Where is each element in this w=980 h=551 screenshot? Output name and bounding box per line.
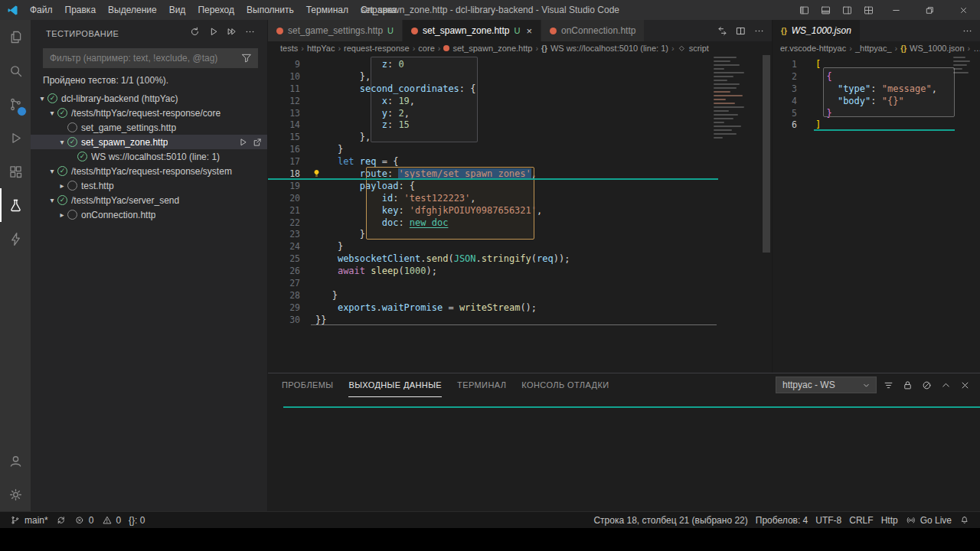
line-number: 20	[268, 193, 300, 204]
run-test-icon[interactable]	[237, 137, 248, 148]
menu-item[interactable]: Терминал	[300, 0, 354, 20]
eol[interactable]: CRLF	[845, 512, 877, 529]
filter-output-icon[interactable]	[880, 377, 896, 393]
sync-changes[interactable]	[52, 512, 70, 529]
go-live[interactable]: Go Live	[902, 512, 956, 529]
problems-warnings[interactable]: 0	[97, 512, 125, 529]
close-tab-icon[interactable]: ×	[526, 25, 532, 37]
test-tree-item[interactable]: ▾✓/tests/httpYac/request-response/core	[31, 106, 267, 120]
more-actions-icon[interactable]	[244, 26, 260, 41]
notifications[interactable]	[956, 512, 974, 529]
problems-errors[interactable]: 0	[70, 512, 98, 529]
settings-icon[interactable]	[0, 478, 31, 511]
encoding[interactable]: UTF-8	[812, 512, 845, 529]
minimap-mark	[953, 72, 969, 73]
http-file-icon	[550, 28, 557, 34]
more-editor-actions-icon[interactable]	[959, 22, 975, 39]
minimap[interactable]	[952, 57, 976, 103]
minimap-mark	[714, 57, 737, 58]
git-branch[interactable]: main*	[6, 512, 52, 529]
test-tree-item[interactable]: set_game_settings.http	[31, 120, 267, 135]
test-tree-item[interactable]: ✓WS ws://localhost:5010 (line: 1)	[31, 149, 267, 164]
cursor-position[interactable]: Строка 18, столбец 21 (выбрано 22)	[590, 512, 751, 529]
breadcrumb-item[interactable]: set_spawn_zone.http	[452, 44, 532, 53]
accounts-icon[interactable]	[0, 444, 31, 478]
panel-tab[interactable]: ПРОБЛЕМЫ	[282, 373, 333, 397]
httpyac-icon[interactable]	[0, 222, 31, 256]
json-preview-editor[interactable]: 1[2 {3 "type": "message",4 "body": "{}"5…	[773, 55, 980, 373]
maximize-panel-icon[interactable]	[938, 377, 953, 393]
chevron-down-icon[interactable]: ▾	[37, 94, 47, 103]
editor-tab[interactable]: set_spawn_zone.httpU×	[403, 20, 541, 41]
toggle-secondary-sidebar-icon[interactable]	[836, 0, 858, 20]
chevron-down-icon[interactable]: ▾	[47, 167, 57, 175]
breadcrumb-item[interactable]: _httpyac_	[855, 44, 892, 53]
code-editor[interactable]: 9 z: 010 },11 second_coordinates: {12 x:…	[268, 55, 772, 373]
code-text: }	[315, 144, 343, 155]
test-tree-item[interactable]: ▾✓set_spawn_zone.http	[31, 135, 267, 149]
breadcrumb-item[interactable]: er.vscode-httpyac	[780, 44, 846, 53]
chevron-right-icon[interactable]: ▸	[57, 181, 67, 190]
test-tree-item[interactable]: ▾✓dcl-library-backend (httpYac)	[31, 91, 267, 106]
breadcrumb-item[interactable]: WS_1000.json	[910, 44, 965, 53]
editor-tab-ws-json[interactable]: {} WS_1000.json	[773, 20, 861, 41]
clear-output-icon[interactable]	[919, 377, 934, 393]
go-to-test-icon[interactable]	[252, 137, 263, 148]
panel-tab[interactable]: ВЫХОДНЫЕ ДАННЫЕ	[348, 373, 442, 397]
compare-changes-icon[interactable]	[714, 22, 730, 39]
output-channel-select[interactable]: httpyac - WS	[776, 377, 877, 393]
menu-item[interactable]: Выделение	[102, 0, 163, 20]
panel-tab[interactable]: КОНСОЛЬ ОТЛАДКИ	[521, 373, 609, 397]
lightbulb-icon[interactable]	[312, 168, 322, 178]
run-all-tests-icon[interactable]	[207, 26, 223, 41]
chevron-down-icon[interactable]: ▾	[47, 196, 57, 204]
testing-icon[interactable]	[0, 188, 31, 222]
more-editor-actions-icon[interactable]	[750, 22, 767, 39]
extensions-icon[interactable]	[0, 155, 31, 188]
indentation[interactable]: Пробелов: 4	[752, 512, 812, 529]
source-control-icon[interactable]	[0, 87, 31, 121]
panel-tab[interactable]: ТЕРМИНАЛ	[457, 373, 506, 397]
test-tree-item[interactable]: ▸onConnection.http	[31, 207, 267, 222]
chevron-down-icon[interactable]: ▾	[47, 109, 57, 117]
menu-item[interactable]: Файл	[24, 0, 59, 20]
editor-tab[interactable]: set_game_settings.httpU	[268, 20, 403, 41]
test-tree-item[interactable]: ▾✓/tests/httpYac/request-response/system	[31, 164, 267, 178]
restore-button[interactable]	[913, 0, 946, 20]
menu-item[interactable]: Вид	[163, 0, 192, 20]
run-selected-tests-icon[interactable]	[226, 26, 241, 41]
chevron-right-icon[interactable]: ▸	[57, 210, 67, 219]
run-and-debug-icon[interactable]	[0, 121, 31, 155]
editor-tab[interactable]: onConnection.http	[541, 20, 645, 41]
lock-scroll-icon[interactable]	[900, 377, 915, 393]
filter-funnel-icon[interactable]	[240, 52, 253, 64]
httpyac-env[interactable]: {}: 0	[125, 512, 149, 529]
minimize-button[interactable]	[879, 0, 913, 20]
breadcrumb-item[interactable]: request-response	[344, 44, 410, 53]
language-mode[interactable]: Http	[877, 512, 902, 529]
breadcrumb-item[interactable]: httpYac	[307, 44, 335, 53]
refresh-tests-icon[interactable]	[189, 26, 204, 41]
close-panel-icon[interactable]	[957, 377, 972, 393]
menu-item[interactable]: Переход	[191, 0, 240, 20]
test-tree-item[interactable]: ▸test.http	[31, 178, 267, 193]
search-icon[interactable]	[0, 54, 31, 87]
breadcrumb-item[interactable]: WS ws://localhost:5010 (line: 1)	[550, 44, 668, 53]
chevron-down-icon[interactable]: ▾	[57, 138, 67, 146]
editor-scrollbar[interactable]	[763, 55, 770, 253]
explorer-icon[interactable]	[0, 20, 31, 54]
customize-layout-icon[interactable]	[858, 0, 879, 20]
breadcrumb-item[interactable]: tests	[280, 44, 298, 53]
toggle-primary-sidebar-icon[interactable]	[793, 0, 815, 20]
test-filter-input[interactable]	[50, 53, 240, 64]
breadcrumb-item[interactable]: script	[689, 44, 709, 53]
breadcrumb-item[interactable]: …	[973, 44, 980, 53]
menu-item[interactable]: Выполнить	[240, 0, 300, 20]
minimap[interactable]	[712, 57, 761, 171]
toggle-panel-icon[interactable]	[815, 0, 836, 20]
breadcrumb-item[interactable]: core	[418, 44, 434, 53]
split-editor-icon[interactable]	[732, 22, 749, 39]
menu-item[interactable]: Правка	[59, 0, 103, 20]
close-window-button[interactable]	[946, 0, 980, 20]
test-tree-item[interactable]: ▾✓/tests/httpYac/server_send	[31, 193, 267, 207]
